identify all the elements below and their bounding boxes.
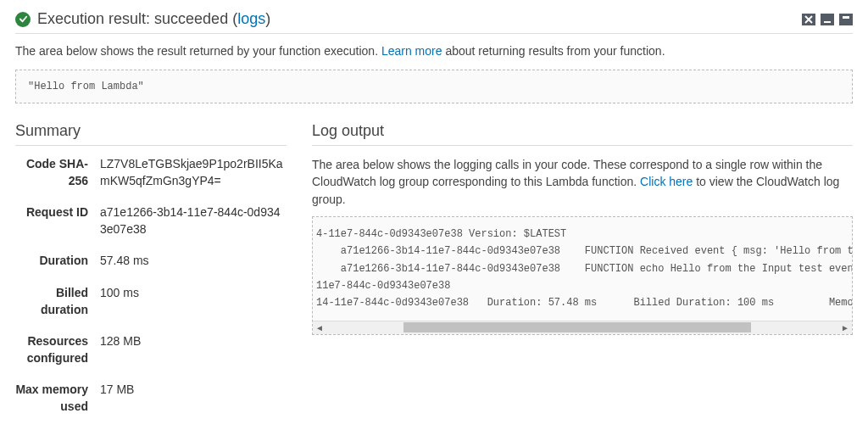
result-title: Execution result: succeeded (logs) xyxy=(37,10,270,28)
summary-value: 57.48 ms xyxy=(100,253,287,270)
scroll-track[interactable] xyxy=(326,321,838,334)
summary-value: 100 ms xyxy=(100,285,287,318)
summary-row-max-memory: Max memory used 17 MB xyxy=(15,382,287,415)
scroll-left-arrow-icon[interactable]: ◄ xyxy=(313,321,326,334)
summary-label: Resources configured xyxy=(15,333,100,366)
close-icon[interactable] xyxy=(802,14,815,25)
logs-link[interactable]: logs xyxy=(237,10,265,27)
svg-rect-1 xyxy=(843,16,849,19)
window-controls xyxy=(802,14,853,25)
summary-row-sha: Code SHA-256 LZ7V8LeTGBSkjae9P1po2rBII5K… xyxy=(15,156,287,189)
summary-row-request-id: Request ID a71e1266-3b14-11e7-844c-0d934… xyxy=(15,204,287,237)
summary-value: 128 MB xyxy=(100,333,287,366)
log-output-box: 4-11e7-844c-0d9343e07e38 Version: $LATES… xyxy=(312,216,853,335)
summary-value: 17 MB xyxy=(100,382,287,415)
summary-title: Summary xyxy=(15,122,287,146)
minimize-icon[interactable] xyxy=(821,14,834,25)
summary-label: Max memory used xyxy=(15,382,100,415)
summary-label: Request ID xyxy=(15,204,100,237)
summary-row-resources: Resources configured 128 MB xyxy=(15,333,287,366)
function-return-value: "Hello from Lambda" xyxy=(15,70,853,103)
summary-row-billed: Billed duration 100 ms xyxy=(15,285,287,318)
log-description: The area below shows the logging calls i… xyxy=(312,156,853,208)
summary-label: Duration xyxy=(15,253,100,270)
result-description: The area below shows the result returned… xyxy=(15,44,853,58)
maximize-icon[interactable] xyxy=(839,14,853,25)
summary-column: Summary Code SHA-256 LZ7V8LeTGBSkjae9P1p… xyxy=(15,122,287,430)
svg-rect-0 xyxy=(824,21,831,23)
desc-before: The area below shows the result returned… xyxy=(15,44,381,58)
summary-value: LZ7V8LeTGBSkjae9P1po2rBII5KamKW5qfZmGn3g… xyxy=(100,156,287,189)
cloudwatch-link[interactable]: Click here xyxy=(640,175,693,188)
result-header: Execution result: succeeded (logs) xyxy=(15,10,853,34)
horizontal-scrollbar[interactable]: ◄ ► xyxy=(313,321,852,334)
scroll-thumb[interactable] xyxy=(403,322,752,332)
result-header-left: Execution result: succeeded (logs) xyxy=(15,10,270,28)
summary-value: a71e1266-3b14-11e7-844c-0d9343e07e38 xyxy=(100,204,287,237)
result-status: succeeded xyxy=(154,10,228,27)
desc-after: about returning results from your functi… xyxy=(442,44,665,58)
log-title: Log output xyxy=(312,122,853,146)
learn-more-link[interactable]: Learn more xyxy=(381,44,442,58)
details-columns: Summary Code SHA-256 LZ7V8LeTGBSkjae9P1p… xyxy=(15,122,853,430)
summary-row-duration: Duration 57.48 ms xyxy=(15,253,287,270)
scroll-right-arrow-icon[interactable]: ► xyxy=(838,321,852,334)
log-lines: 4-11e7-844c-0d9343e07e38 Version: $LATES… xyxy=(313,217,852,321)
summary-label: Billed duration xyxy=(15,285,100,318)
success-check-icon xyxy=(15,12,31,27)
log-column: Log output The area below shows the logg… xyxy=(312,122,853,335)
result-title-prefix: Execution result: xyxy=(37,10,154,27)
summary-label: Code SHA-256 xyxy=(15,156,100,189)
